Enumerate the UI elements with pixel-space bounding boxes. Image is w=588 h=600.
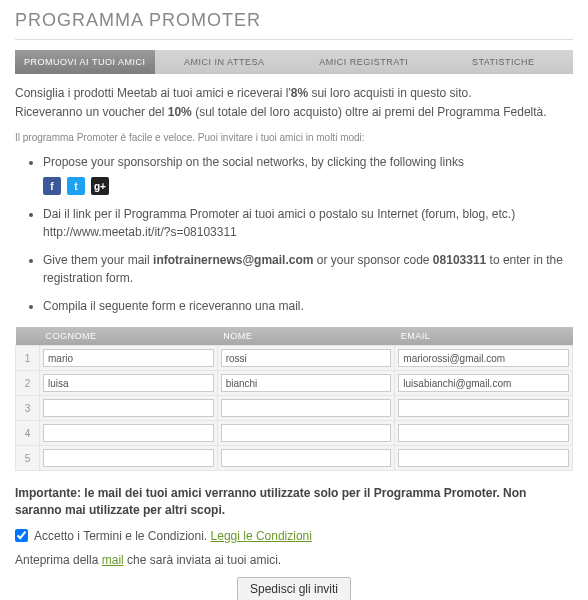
cognome-input-1[interactable] <box>43 349 214 367</box>
cognome-input-2[interactable] <box>43 374 214 392</box>
email-input-3[interactable] <box>398 399 569 417</box>
email-input-2[interactable] <box>398 374 569 392</box>
nome-input-2[interactable] <box>221 374 392 392</box>
accept-label: Accetto i Termini e le Condizioni. <box>34 529 211 543</box>
terms-link[interactable]: Leggi le Condizioni <box>211 529 312 543</box>
col-cognome: COGNOME <box>40 327 218 346</box>
email-input-4[interactable] <box>398 424 569 442</box>
col-nome: NOME <box>217 327 395 346</box>
col-email: EMAIL <box>395 327 573 346</box>
nome-input-5[interactable] <box>221 449 392 467</box>
intro-pct2: 10% <box>168 105 192 119</box>
accept-row: Accetto i Termini e le Condizioni. Leggi… <box>15 529 573 543</box>
row-num: 1 <box>16 346 40 371</box>
step-1-text: Propose your sponsorship on the social n… <box>43 155 464 169</box>
social-row: f t g+ <box>43 177 573 195</box>
preview-c: che sarà inviata ai tuoi amici. <box>124 553 281 567</box>
tabs: PROMUOVI AI TUOI AMICI AMICI IN ATTESA A… <box>15 50 573 74</box>
nome-input-4[interactable] <box>221 424 392 442</box>
row-num: 3 <box>16 396 40 421</box>
cognome-input-3[interactable] <box>43 399 214 417</box>
step-2: Dai il link per il Programma Promoter ai… <box>43 205 573 241</box>
email-input-5[interactable] <box>398 449 569 467</box>
nome-input-1[interactable] <box>221 349 392 367</box>
cognome-input-4[interactable] <box>43 424 214 442</box>
col-num <box>16 327 40 346</box>
friends-table: COGNOME NOME EMAIL 1 2 3 4 <box>15 327 573 471</box>
subintro: Il programma Promoter è facile e veloce.… <box>15 132 573 143</box>
table-row: 5 <box>16 446 573 471</box>
table-header: COGNOME NOME EMAIL <box>16 327 573 346</box>
step-3-email: infotrainernews@gmail.com <box>153 253 313 267</box>
step-3-c: or your sponsor code <box>313 253 432 267</box>
row-num: 5 <box>16 446 40 471</box>
tab-stats[interactable]: STATISTICHE <box>434 50 574 74</box>
intro-line2-c: (sul totale del loro acquisto) oltre ai … <box>192 105 547 119</box>
steps-list: Propose your sponsorship on the social n… <box>15 153 573 315</box>
googleplus-icon[interactable]: g+ <box>91 177 109 195</box>
row-num: 2 <box>16 371 40 396</box>
tab-pending[interactable]: AMICI IN ATTESA <box>155 50 295 74</box>
preview-mail-link[interactable]: mail <box>102 553 124 567</box>
step-4: Compila il seguente form e riceveranno u… <box>43 297 573 315</box>
step-3: Give them your mail infotrainernews@gmai… <box>43 251 573 287</box>
intro-pct1: 8% <box>291 86 308 100</box>
promoter-url: http://www.meetab.it/it/?s=08103311 <box>43 225 237 239</box>
step-1: Propose your sponsorship on the social n… <box>43 153 573 195</box>
row-num: 4 <box>16 421 40 446</box>
twitter-icon[interactable]: t <box>67 177 85 195</box>
intro-line1-c: sui loro acquisti in questo sito. <box>308 86 471 100</box>
facebook-icon[interactable]: f <box>43 177 61 195</box>
intro-text: Consiglia i prodotti Meetab ai tuoi amic… <box>15 74 573 128</box>
page-title: PROGRAMMA PROMOTER <box>15 10 573 31</box>
accept-checkbox[interactable] <box>15 529 28 542</box>
cognome-input-5[interactable] <box>43 449 214 467</box>
step-3-code: 08103311 <box>433 253 486 267</box>
tab-registered[interactable]: AMICI REGISTRATI <box>294 50 434 74</box>
table-row: 4 <box>16 421 573 446</box>
important-text: Importante: le mail dei tuoi amici verra… <box>15 486 526 517</box>
tab-promote[interactable]: PROMUOVI AI TUOI AMICI <box>15 50 155 74</box>
table-row: 1 <box>16 346 573 371</box>
nome-input-3[interactable] <box>221 399 392 417</box>
email-input-1[interactable] <box>398 349 569 367</box>
important-note: Importante: le mail dei tuoi amici verra… <box>15 485 573 519</box>
step-2-text: Dai il link per il Programma Promoter ai… <box>43 207 515 221</box>
divider <box>15 39 573 40</box>
table-row: 2 <box>16 371 573 396</box>
table-row: 3 <box>16 396 573 421</box>
preview-line: Anteprima della mail che sarà inviata ai… <box>15 553 573 567</box>
step-3-a: Give them your mail <box>43 253 153 267</box>
preview-a: Anteprima della <box>15 553 102 567</box>
intro-line1-a: Consiglia i prodotti Meetab ai tuoi amic… <box>15 86 291 100</box>
submit-button[interactable]: Spedisci gli inviti <box>237 577 351 600</box>
submit-wrap: Spedisci gli inviti <box>15 577 573 600</box>
intro-line2-a: Riceveranno un voucher del <box>15 105 168 119</box>
